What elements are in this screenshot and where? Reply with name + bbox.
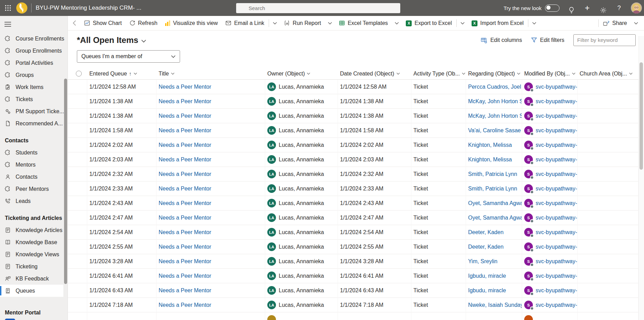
- sidebar-item-queues[interactable]: Queues: [0, 285, 63, 297]
- regarding-link[interactable]: Oyet, Samantha Agwan: [468, 200, 522, 206]
- queue-filter-dropdown[interactable]: Queues I'm a member of: [77, 50, 180, 63]
- table-row[interactable]: 1/1/2024 12:58 AMNeeds a Peer MentorLALu…: [68, 80, 638, 94]
- regarding-link[interactable]: Smith, Patricia Lynn: [468, 186, 517, 192]
- mentor-portal-app-tile[interactable]: [5, 319, 15, 320]
- sidebar-item-knowledge-articles[interactable]: Knowledge Articles: [0, 224, 68, 236]
- app-launcher-waffle-icon[interactable]: [0, 0, 16, 16]
- modified-by-link[interactable]: svc-byupathway-fl...: [536, 98, 578, 105]
- row-select-cell[interactable]: [68, 152, 87, 167]
- table-row[interactable]: 1/1/2024 2:33 AMNeeds a Peer MentorLALuc…: [68, 181, 638, 196]
- row-select-cell[interactable]: [68, 196, 87, 211]
- run-report-button[interactable]: Run Report: [280, 16, 325, 30]
- modified-by-link[interactable]: svc-byupathway-fl...: [536, 142, 578, 148]
- import-from-excel-chevron-down-icon[interactable]: [529, 16, 539, 30]
- table-row-partial[interactable]: [68, 312, 638, 320]
- sidebar-item-ticketing[interactable]: Ticketing: [0, 260, 68, 273]
- title-link[interactable]: Needs a Peer Mentor: [159, 244, 211, 250]
- table-row[interactable]: 1/1/2024 2:32 AMNeeds a Peer MentorLALuc…: [68, 167, 638, 181]
- sidebar-item-group-enrollments[interactable]: Group Enrollments: [0, 45, 68, 57]
- back-button[interactable]: [69, 16, 80, 30]
- title-link[interactable]: Needs a Peer Mentor: [159, 171, 211, 177]
- modified-by-link[interactable]: svc-byupathway-fl...: [536, 171, 578, 177]
- run-report-chevron-down-icon[interactable]: [325, 16, 335, 30]
- title-link[interactable]: Needs a Peer Mentor: [159, 258, 211, 265]
- table-row[interactable]: 1/1/2024 2:54 AMNeeds a Peer MentorLALuc…: [68, 225, 638, 240]
- regarding-link[interactable]: Smith, Patricia Lynn: [468, 171, 517, 177]
- sidebar-item-recommended-a[interactable]: Recommended A...: [0, 117, 68, 130]
- sidebar-item-mentors[interactable]: Mentors: [0, 159, 68, 171]
- column-header-activity-type-ob[interactable]: Activity Type (Ob...: [411, 68, 466, 80]
- email-a-link-button[interactable]: Email a Link: [222, 16, 268, 30]
- row-select-cell[interactable]: [68, 109, 87, 123]
- column-header-regarding-object[interactable]: Regarding (Object): [466, 68, 522, 80]
- regarding-link[interactable]: Percca Cuadros, Joel: [468, 84, 521, 90]
- export-to-excel-chevron-down-icon[interactable]: [457, 16, 468, 30]
- help-icon[interactable]: ?: [615, 0, 623, 16]
- title-link[interactable]: Needs a Peer Mentor: [159, 186, 211, 192]
- modified-by-link[interactable]: svc-byupathway-fl...: [536, 200, 578, 206]
- add-plus-icon[interactable]: +: [583, 0, 591, 16]
- select-all-checkbox[interactable]: [68, 68, 87, 80]
- share-button[interactable]: Share: [599, 16, 631, 30]
- sidebar-item-portal-activities[interactable]: Portal Activities: [0, 57, 68, 69]
- sidebar-item-leads[interactable]: Leads: [0, 195, 68, 207]
- row-select-cell[interactable]: [68, 254, 87, 269]
- global-search-input[interactable]: [236, 3, 400, 13]
- regarding-link[interactable]: Nweke, Isaiah Sunday: [468, 302, 522, 308]
- table-row[interactable]: 1/1/2024 2:43 AMNeeds a Peer MentorLALuc…: [68, 196, 638, 211]
- vertical-scrollbar-track[interactable]: [638, 36, 644, 320]
- row-select-cell[interactable]: [68, 240, 87, 254]
- column-header-church-area-obj[interactable]: Church Area (Obj...: [578, 68, 638, 80]
- column-header-date-created-object[interactable]: Date Created (Object): [338, 68, 411, 80]
- title-link[interactable]: Needs a Peer Mentor: [159, 200, 211, 206]
- modified-by-link[interactable]: svc-byupathway-fl...: [536, 258, 578, 265]
- new-look-toggle[interactable]: [545, 5, 560, 12]
- title-link[interactable]: Needs a Peer Mentor: [159, 98, 211, 105]
- sidebar-item-kb-feedback[interactable]: KB Feedback: [0, 273, 68, 285]
- regarding-link[interactable]: Knighton, Melissa: [468, 142, 512, 148]
- regarding-link[interactable]: Va'ai, Caroline Sasae: [468, 127, 521, 134]
- row-select-cell[interactable]: [68, 138, 87, 152]
- column-header-modified-by-obj[interactable]: Modified By (Obj...: [522, 68, 578, 80]
- regarding-link[interactable]: McKay, John Horton Sch: [468, 98, 522, 105]
- modified-by-link[interactable]: svc-byupathway-fl...: [536, 215, 578, 221]
- row-select-cell[interactable]: [68, 298, 87, 312]
- vertical-scrollbar-thumb[interactable]: [639, 62, 643, 170]
- modified-by-link[interactable]: svc-byupathway-fl...: [536, 113, 578, 119]
- sidebar-item-knowledge-base[interactable]: Knowledge Base: [0, 236, 68, 248]
- row-select-cell[interactable]: [68, 94, 87, 109]
- title-link[interactable]: Needs a Peer Mentor: [159, 287, 211, 294]
- excel-templates-button[interactable]: Excel Templates: [335, 16, 392, 30]
- view-selector[interactable]: *All Open Items: [77, 35, 146, 45]
- table-row[interactable]: 1/1/2024 1:58 AMNeeds a Peer MentorLALuc…: [68, 123, 638, 138]
- table-row[interactable]: 1/1/2024 1:38 AMNeeds a Peer MentorLALuc…: [68, 94, 638, 109]
- title-link[interactable]: Needs a Peer Mentor: [159, 113, 211, 119]
- column-header-owner-object[interactable]: Owner (Object): [265, 68, 338, 80]
- row-select-cell[interactable]: [68, 225, 87, 240]
- row-select-cell[interactable]: [68, 80, 87, 94]
- sidebar-item-knowledge-views[interactable]: Knowledge Views: [0, 248, 68, 260]
- table-row[interactable]: 1/1/2024 2:02 AMNeeds a Peer MentorLALuc…: [68, 138, 638, 152]
- sidebar-item-pm-support-ticke[interactable]: PM Support Ticke...: [0, 105, 68, 117]
- modified-by-link[interactable]: svc-byupathway-fl...: [536, 287, 578, 294]
- collapse-sidebar-button[interactable]: [0, 16, 68, 33]
- regarding-link[interactable]: Deeter, Kaden: [468, 229, 503, 235]
- share-chevron-down-icon[interactable]: [631, 16, 641, 30]
- visualize-this-view-button[interactable]: Visualize this view: [161, 16, 222, 30]
- row-select-cell[interactable]: [68, 123, 87, 138]
- modified-by-link[interactable]: svc-byupathway-fl...: [536, 244, 578, 250]
- refresh-button[interactable]: Refresh: [126, 16, 161, 30]
- table-row[interactable]: 1/1/2024 6:41 AMNeeds a Peer MentorLALuc…: [68, 269, 638, 283]
- column-header-entered-queue[interactable]: Entered Queue↑: [87, 68, 156, 80]
- title-link[interactable]: Needs a Peer Mentor: [159, 215, 211, 221]
- filter-by-keyword-input[interactable]: [573, 34, 636, 46]
- table-row[interactable]: 1/1/2024 2:03 AMNeeds a Peer MentorLALuc…: [68, 152, 638, 167]
- app-title[interactable]: BYU-PW Mentoring Leadership CRM- ...: [36, 5, 141, 11]
- table-row[interactable]: 1/1/2024 6:43 AMNeeds a Peer MentorLALuc…: [68, 283, 638, 298]
- row-select-cell[interactable]: [68, 269, 87, 283]
- row-select-cell[interactable]: [68, 283, 87, 298]
- title-link[interactable]: Needs a Peer Mentor: [159, 273, 211, 279]
- email-a-link-chevron-down-icon[interactable]: [270, 16, 280, 30]
- modified-by-link[interactable]: svc-byupathway-fl...: [536, 84, 578, 90]
- row-select-cell[interactable]: [68, 181, 87, 196]
